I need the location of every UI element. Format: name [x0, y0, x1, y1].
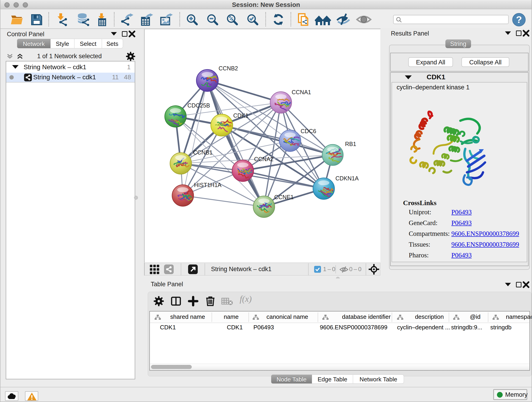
svg-text:CDK1: CDK1	[233, 112, 249, 119]
svg-text:RB1: RB1	[345, 141, 356, 147]
svg-text:?: ?	[516, 14, 522, 25]
svg-text:CDC25B: CDC25B	[187, 102, 210, 109]
svg-text:CCNA2: CCNA2	[254, 156, 273, 162]
svg-text:CDKN1A: CDKN1A	[336, 175, 359, 182]
svg-text:CDC6: CDC6	[301, 128, 316, 134]
svg-text:CCNE1: CCNE1	[274, 194, 294, 200]
svg-text:CCNB1: CCNB1	[193, 149, 213, 156]
svg-text:HIST1H1A: HIST1H1A	[194, 182, 222, 188]
svg-text:CCNB2: CCNB2	[219, 65, 238, 71]
svg-text:CCNA1: CCNA1	[292, 89, 311, 95]
